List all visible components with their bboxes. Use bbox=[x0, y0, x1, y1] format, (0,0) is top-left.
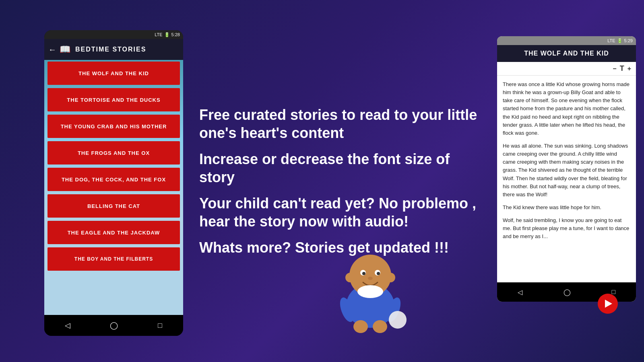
svg-point-2 bbox=[345, 273, 355, 282]
svg-point-13 bbox=[373, 320, 387, 333]
right-nav-home[interactable]: ◯ bbox=[564, 288, 571, 296]
right-nav-back[interactable]: ◁ bbox=[518, 288, 522, 296]
left-status-bar: LTE 🔋 5:28 bbox=[44, 30, 183, 39]
nav-home-button[interactable]: ◯ bbox=[108, 321, 120, 330]
story-item-tortoise[interactable]: THE TORTOISE AND THE DUCKS bbox=[47, 88, 180, 111]
font-decrease-button[interactable]: − bbox=[613, 65, 616, 72]
left-phone: LTE 🔋 5:28 ← 📖 BEDTIME STORIES THE WOLF … bbox=[44, 30, 183, 336]
story-item-young-crab[interactable]: THE YOUNG CRAB AND HIS MOTHER bbox=[47, 115, 180, 138]
svg-point-9 bbox=[357, 285, 383, 298]
story-item-boy-filberts[interactable]: THE BOY AND THE FILBERTS bbox=[47, 247, 180, 271]
promo-text-1: Free curated stories to read to your lit… bbox=[199, 106, 481, 142]
right-time: 5:29 bbox=[624, 38, 633, 43]
left-nav-bar: ◁ ◯ □ bbox=[44, 315, 183, 336]
font-controls: − T + bbox=[497, 62, 636, 76]
font-increase-button[interactable]: + bbox=[627, 65, 631, 72]
svg-point-14 bbox=[389, 311, 407, 329]
book-icon: 📖 bbox=[60, 44, 70, 55]
story-content: There was once a little Kid whose growin… bbox=[497, 76, 636, 282]
story-paragraph-3: The Kid knew there was little hope for h… bbox=[503, 204, 630, 212]
app-title: BEDTIME STORIES bbox=[75, 46, 146, 53]
right-story-title: THE WOLF AND THE KID bbox=[497, 45, 636, 62]
story-paragraph-1: There was once a little Kid whose growin… bbox=[503, 80, 630, 137]
left-phone-header: ← 📖 BEDTIME STORIES bbox=[44, 39, 183, 60]
right-signal-icon: LTE bbox=[607, 38, 615, 43]
play-triangle-icon bbox=[605, 300, 612, 308]
left-time: 5:28 bbox=[171, 32, 180, 37]
svg-point-7 bbox=[377, 272, 380, 275]
story-paragraph-4: Wolf, he said trembling, I know you are … bbox=[503, 216, 630, 241]
svg-point-6 bbox=[362, 272, 365, 275]
svg-point-3 bbox=[386, 273, 395, 282]
nav-back-button[interactable]: ◁ bbox=[62, 321, 74, 330]
story-item-eagle-jackdaw[interactable]: THE EAGLE AND THE JACKDAW bbox=[47, 221, 180, 244]
play-audio-button[interactable] bbox=[598, 294, 618, 314]
svg-point-8 bbox=[368, 277, 373, 280]
left-battery-icon: 🔋 bbox=[164, 32, 170, 37]
promo-text-3: Your child can't read yet? No problemo ,… bbox=[199, 194, 481, 230]
story-list: THE WOLF AND THE KID THE TORTOISE AND TH… bbox=[44, 60, 183, 315]
baby-character bbox=[330, 233, 411, 334]
nav-recents-button[interactable]: □ bbox=[154, 321, 166, 330]
story-paragraph-2: He was all alone. The sun was sinking. L… bbox=[503, 142, 630, 199]
right-battery-icon: 🔋 bbox=[617, 38, 623, 43]
story-item-wolf-kid[interactable]: THE WOLF AND THE KID bbox=[47, 62, 180, 85]
right-status-bar: LTE 🔋 5:29 bbox=[497, 36, 636, 45]
story-item-belling-cat[interactable]: BELLING THE CAT bbox=[47, 194, 180, 218]
promo-text-2: Increase or decrease the font size of st… bbox=[199, 150, 481, 186]
right-phone: LTE 🔋 5:29 THE WOLF AND THE KID − T + Th… bbox=[497, 36, 636, 302]
svg-point-12 bbox=[353, 320, 368, 333]
story-item-frogs-ox[interactable]: THE FROGS AND THE OX bbox=[47, 141, 180, 165]
story-item-dog-cock-fox[interactable]: THE DOG, THE COCK, AND THE FOX bbox=[47, 168, 180, 191]
left-signal-icon: LTE bbox=[155, 32, 162, 37]
back-arrow-icon[interactable]: ← bbox=[48, 45, 56, 54]
font-size-indicator: T bbox=[620, 64, 624, 73]
